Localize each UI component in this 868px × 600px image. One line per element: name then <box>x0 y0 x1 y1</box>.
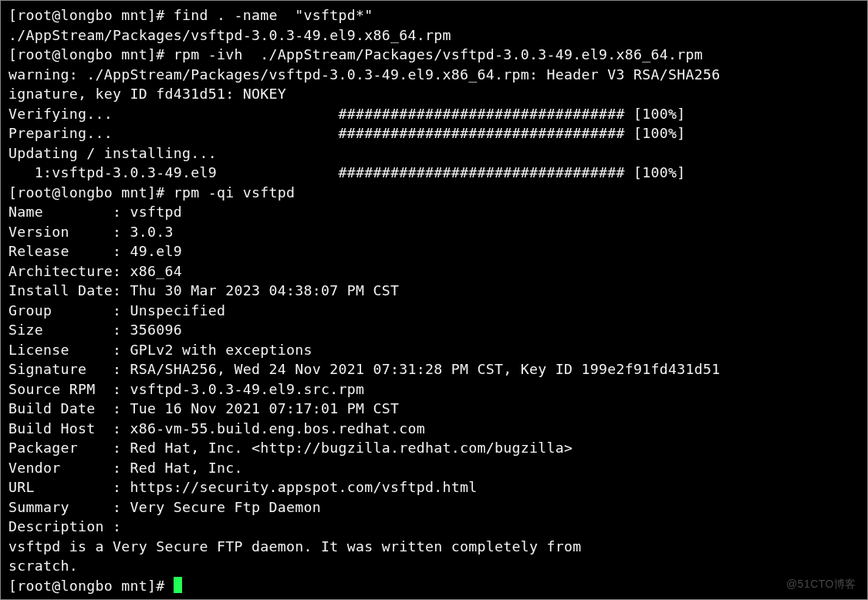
qi-version: Version : 3.0.3 <box>8 224 174 240</box>
qi-source-rpm: Source RPM : vsftpd-3.0.3-49.el9.src.rpm <box>8 381 364 397</box>
watermark: @51CTO博客 <box>786 578 856 592</box>
qi-release: Release : 49.el9 <box>8 243 182 259</box>
qi-description-line-2: scratch. <box>8 558 78 574</box>
rpm-warning-line-1: warning: ./AppStream/Packages/vsftpd-3.0… <box>8 66 729 83</box>
cursor-icon[interactable] <box>174 577 182 593</box>
qi-build-host: Build Host : x86-vm-55.build.eng.bos.red… <box>8 420 425 437</box>
prompt-3: [root@longbo mnt]# <box>8 184 174 201</box>
qi-url: URL : https://security.appspot.com/vsftp… <box>8 479 478 495</box>
qi-architecture: Architecture: x86_64 <box>8 263 182 279</box>
rpm-updating-line: Updating / installing... <box>8 145 217 161</box>
qi-summary: Summary : Very Secure Ftp Daemon <box>8 499 321 515</box>
qi-vendor: Vendor : Red Hat, Inc. <box>8 460 243 476</box>
rpm-warning-line-2: ignature, key ID fd431d51: NOKEY <box>8 86 286 102</box>
rpm-preparing-line: Preparing... ###########################… <box>8 125 685 141</box>
qi-description-line-1: vsftpd is a Very Secure FTP daemon. It w… <box>8 538 582 554</box>
command-3: rpm -qi vsftpd <box>174 184 296 201</box>
rpm-package-line: 1:vsftpd-3.0.3-49.el9 ##################… <box>8 164 685 180</box>
qi-signature: Signature : RSA/SHA256, Wed 24 Nov 2021 … <box>8 361 720 377</box>
qi-install-date: Install Date: Thu 30 Mar 2023 04:38:07 P… <box>8 282 399 298</box>
qi-license: License : GPLv2 with exceptions <box>8 342 312 358</box>
command-1: find . -name "vsftpd*" <box>174 7 373 23</box>
qi-size: Size : 356096 <box>8 322 182 338</box>
qi-name: Name : vsftpd <box>8 204 182 220</box>
prompt-2: [root@longbo mnt]# <box>8 46 174 62</box>
find-output: ./AppStream/Packages/vsftpd-3.0.3-49.el9… <box>8 27 451 43</box>
qi-description-header: Description : <box>8 518 121 534</box>
rpm-verifying-line: Verifying... ###########################… <box>8 106 685 122</box>
terminal-output[interactable]: [root@longbo mnt]# find . -name "vsftpd*… <box>8 5 863 595</box>
qi-packager: Packager : Red Hat, Inc. <http://bugzill… <box>8 440 572 456</box>
command-2: rpm -ivh ./AppStream/Packages/vsftpd-3.0… <box>174 46 703 62</box>
terminal-window: [root@longbo mnt]# find . -name "vsftpd*… <box>0 0 868 600</box>
prompt-4: [root@longbo mnt]# <box>8 578 174 594</box>
qi-group: Group : Unspecified <box>8 302 225 319</box>
qi-build-date: Build Date : Tue 16 Nov 2021 07:17:01 PM… <box>8 400 399 416</box>
prompt-1: [root@longbo mnt]# <box>8 7 174 23</box>
